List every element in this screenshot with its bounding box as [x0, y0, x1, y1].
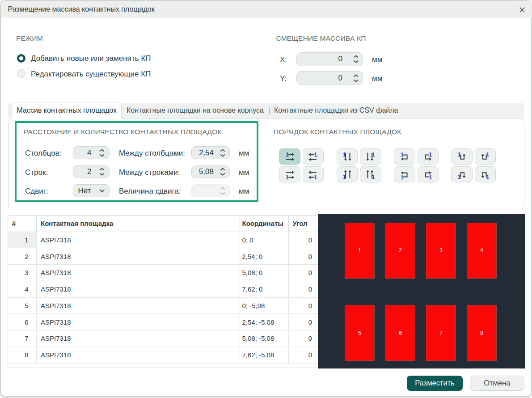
svg-text:1: 1	[314, 174, 317, 180]
svg-text:1: 1	[401, 174, 404, 180]
svg-text:1: 1	[314, 152, 317, 158]
svg-text:1: 1	[286, 152, 289, 158]
svg-text:1: 1	[401, 152, 404, 158]
svg-text:1: 1	[429, 174, 432, 180]
svg-text:1: 1	[429, 152, 432, 158]
svg-text:1: 1	[286, 174, 289, 180]
